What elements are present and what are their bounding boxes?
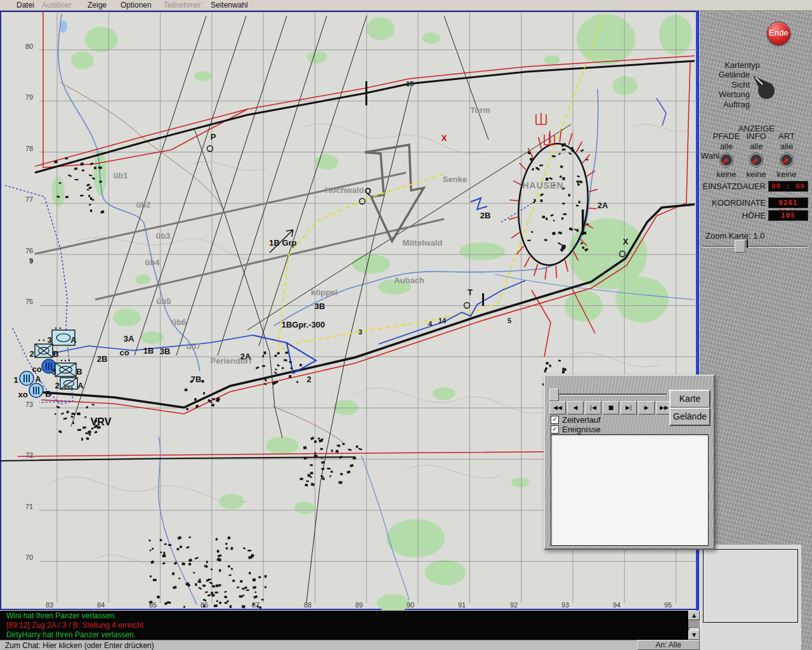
map-label: 3B	[315, 302, 325, 311]
pfade-knob-icon[interactable]	[718, 152, 735, 168]
map-label: üb3	[155, 231, 170, 241]
map-label: 2	[306, 375, 311, 384]
zoom-slider-thumb[interactable]	[735, 240, 745, 253]
map-label: xo	[18, 390, 27, 399]
map-label: 88	[304, 601, 311, 609]
map-label: 3	[47, 335, 51, 345]
map-label: 92	[510, 601, 518, 609]
stop-button[interactable]: ■	[603, 401, 619, 415]
map-label: 1B	[143, 346, 154, 355]
anzeige-keine-label: keine	[764, 169, 809, 179]
event-list[interactable]	[551, 434, 709, 546]
map-label: 80	[25, 43, 33, 50]
map-label: 3	[358, 328, 362, 336]
art-knob-icon[interactable]	[778, 152, 795, 168]
menu-item-auslser: Auslöser	[42, 1, 72, 10]
map-label: B	[53, 349, 58, 359]
map-label: 73	[25, 401, 33, 408]
map-label: VRV	[91, 416, 112, 427]
map-label: 2	[29, 349, 34, 359]
scroll-up-button[interactable]: ▲	[688, 611, 700, 620]
timeline-thumb[interactable]	[549, 388, 559, 401]
readout-label-höhe: HÖHE	[691, 211, 766, 220]
chat-message: [89:12] Zug 2A / 3 / B: Stellung 4 errei…	[0, 620, 688, 630]
map-label: 4	[428, 320, 433, 328]
timeline-track[interactable]	[551, 394, 667, 395]
menu-item-zeige[interactable]: Zeige	[88, 1, 107, 10]
zoom-slider-track[interactable]	[703, 246, 808, 248]
chat-prompt-bar[interactable]: Zum Chat: Hier klicken (oder Enter drück…	[0, 640, 637, 650]
kartentyp-option-auftrag[interactable]: Auftrag	[685, 100, 750, 109]
gelaende-button[interactable]: Gelände	[669, 408, 710, 426]
lcd-koordinate: 9261 7263	[768, 197, 808, 208]
skip-end-button[interactable]: ▶|	[620, 401, 637, 415]
playback-panel: ◀◀◀|◀■▶|▶▶▶ Karte Gelände ✓Zeitverlauf✓E…	[544, 375, 715, 550]
map-label: Senke	[443, 175, 467, 184]
map-label: 86	[200, 601, 208, 609]
menu-item-seitenwahl[interactable]: Seitenwahl	[211, 1, 248, 10]
scroll-down-button[interactable]: ▼	[688, 630, 700, 640]
map-label: 3	[51, 367, 56, 376]
map-label: 2B	[97, 354, 108, 364]
kartentyp-option-wertung[interactable]: Wertung	[685, 90, 750, 99]
map-label: X	[623, 237, 629, 246]
map-label: 84	[97, 601, 105, 609]
map-zoom-slider[interactable]	[702, 239, 809, 253]
bottom-right-box	[703, 549, 798, 623]
chat-target-dropdown[interactable]: An: Alle	[637, 640, 700, 650]
map-label: X	[442, 133, 447, 143]
bottom-right-panel	[700, 545, 801, 650]
map-label: 15	[406, 80, 414, 88]
kartentyp-title: Kartentyp	[710, 60, 774, 70]
map-label: HAUSEN	[522, 180, 563, 190]
map-label: üb5	[156, 296, 171, 306]
kartentyp-knob-icon[interactable]	[750, 71, 778, 102]
map-label: üb1	[113, 171, 128, 180]
anzeige-alle-label: alle	[764, 142, 809, 151]
lcd-höhe: 105	[768, 210, 808, 221]
map-label: 95	[664, 601, 672, 609]
info-knob-icon[interactable]	[748, 152, 764, 168]
map-label: 75	[25, 298, 33, 305]
map-label: T	[468, 288, 473, 297]
menu-bar: DateiAuslöserZeigeOptionenTeilnehmer:Sei…	[0, 0, 812, 11]
zoom-slider-tick	[747, 239, 748, 248]
karte-button[interactable]: Karte	[669, 390, 710, 408]
play-button[interactable]: ▶	[638, 401, 655, 415]
map-label: 7B	[191, 375, 202, 384]
readout-label-koordinate: KOORDINATE	[691, 198, 766, 208]
fast-rewind-button[interactable]: ◀◀	[549, 401, 566, 415]
map-label: co	[119, 348, 129, 357]
menu-item-optionen[interactable]: Optionen	[121, 1, 152, 10]
ende-button[interactable]: Ende	[767, 22, 790, 45]
anzeige-col-name: ART	[764, 131, 809, 141]
map-label: 93	[561, 601, 569, 609]
map-label: üb2	[136, 200, 150, 209]
kartentyp-option-sicht[interactable]: Sicht	[685, 80, 750, 90]
checkbox-zeitverlauf[interactable]: ✓	[551, 416, 559, 424]
map-label: P	[211, 132, 216, 142]
map-label: 72	[25, 451, 33, 459]
menu-item-datei[interactable]: Datei	[16, 1, 34, 10]
skip-start-button[interactable]: |◀	[585, 401, 601, 415]
checkbox-ereignisse[interactable]: ✓	[551, 425, 559, 434]
map-label: Turm	[470, 105, 490, 115]
map-label: 14	[438, 317, 447, 324]
map-label: A	[35, 375, 41, 384]
map-label: 77	[25, 196, 33, 203]
play-backward-button[interactable]: ◀	[567, 401, 584, 415]
map-label: 5	[508, 317, 511, 324]
map-label: B	[45, 389, 51, 399]
map-label: 87	[252, 601, 259, 609]
map-label: 78	[25, 145, 33, 152]
map-label: Hochwald	[325, 185, 363, 195]
menu-item-teilnehmer: Teilnehmer:	[164, 1, 203, 10]
chat-log[interactable]: Wini hat Ihren Panzer verlassen.[89:12] …	[0, 611, 688, 640]
map-label: 9	[29, 257, 33, 265]
checkbox-row-zeitverlauf: ✓Zeitverlauf	[551, 415, 601, 425]
map-label: A	[70, 335, 77, 345]
map-label: Q	[365, 186, 371, 196]
kartentyp-option-gelände[interactable]: Gelände	[685, 70, 750, 79]
chat-scrollbar[interactable]: ▲ ▼	[688, 611, 700, 640]
map-label: 2	[55, 381, 59, 390]
